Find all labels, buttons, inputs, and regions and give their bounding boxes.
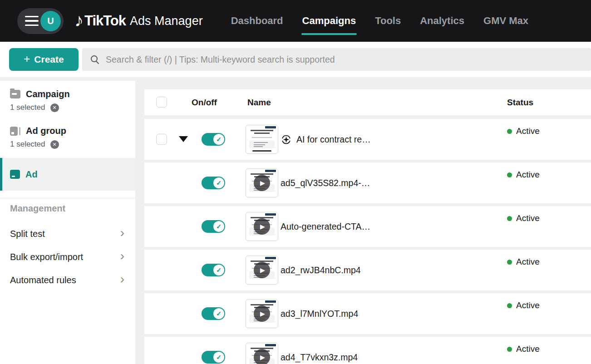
- status-badge: Active: [516, 213, 540, 223]
- onoff-toggle[interactable]: ✓: [202, 133, 225, 146]
- status-dot-icon: [507, 260, 512, 265]
- status-dot-icon: [507, 172, 512, 177]
- ad-thumbnail[interactable]: ▶: [246, 299, 278, 328]
- nav-campaigns[interactable]: Campaigns: [301, 13, 357, 29]
- adgroup-icon: [10, 127, 20, 136]
- toggle-check-icon: ✓: [213, 308, 224, 319]
- ad-name: ad4_T7vkxn3z.mp4: [281, 352, 358, 363]
- ad-name-cell[interactable]: ad4_T7vkxn3z.mp4: [281, 337, 373, 364]
- brand-name: TikTok: [84, 13, 126, 29]
- onoff-toggle[interactable]: ✓: [202, 264, 225, 276]
- status-cell: Active: [507, 213, 540, 223]
- search-icon: [89, 54, 100, 65]
- clear-adgroup-selection-icon[interactable]: ✕: [50, 140, 59, 149]
- search-input[interactable]: [106, 54, 584, 65]
- status-badge: Active: [516, 257, 540, 267]
- tiktok-logo: ♪ TikTok Ads Manager: [74, 12, 203, 30]
- select-all-checkbox[interactable]: [156, 97, 167, 108]
- chevron-right-icon: ›: [120, 226, 124, 239]
- ad-thumbnail[interactable]: [246, 125, 278, 154]
- nav-analytics[interactable]: Analytics: [419, 13, 465, 29]
- search-box[interactable]: [82, 48, 591, 71]
- status-dot-icon: [507, 303, 512, 308]
- toggle-check-icon: ✓: [213, 134, 224, 145]
- status-cell: Active: [507, 170, 540, 180]
- play-icon: ▶: [254, 218, 270, 235]
- nav-gmv-max[interactable]: GMV Max: [483, 13, 529, 29]
- ad-name-cell[interactable]: AI for contract review tool demos: [281, 119, 373, 160]
- collapse-arrow-icon[interactable]: [179, 136, 188, 142]
- status-dot-icon: [507, 347, 512, 352]
- ad-name: Auto-generated-CTA_POV-1-2: [281, 221, 373, 232]
- onoff-toggle[interactable]: ✓: [202, 307, 225, 320]
- ad-name: AI for contract review tool demos: [296, 134, 373, 145]
- toolbar: + Create: [0, 42, 591, 77]
- status-badge: Active: [516, 344, 540, 354]
- table-row: ✓ ▶ ad2_rwJB4nbC.mp4 Active: [144, 250, 591, 290]
- toggle-check-icon: ✓: [213, 265, 224, 275]
- status-cell: Active: [507, 257, 540, 267]
- avatar[interactable]: U: [40, 11, 61, 31]
- row-checkbox[interactable]: [156, 134, 167, 145]
- nav-tools[interactable]: Tools: [374, 13, 402, 29]
- primary-nav: Dashboard Campaigns Tools Analytics GMV …: [230, 13, 529, 29]
- toggle-check-icon: ✓: [213, 177, 224, 188]
- status-cell: Active: [507, 126, 540, 136]
- sidebar-divider: [0, 198, 135, 198]
- column-onoff: On/off: [192, 98, 217, 108]
- ad-thumbnail[interactable]: ▶: [246, 212, 278, 241]
- ad-icon: [10, 170, 20, 179]
- ad-name: ad2_rwJB4nbC.mp4: [281, 265, 361, 275]
- play-icon: ▶: [254, 262, 270, 278]
- sidebar: Campaign 1 selected ✕ Ad group 1 selecte…: [0, 81, 135, 364]
- sidebar-filter-adgroup: Ad group 1 selected ✕: [10, 126, 131, 149]
- play-icon: ▶: [254, 349, 270, 364]
- column-status: Status: [507, 98, 533, 108]
- table-row: ✓ ▶ ad3_l7MnlYOT.mp4 Active: [144, 293, 591, 334]
- management-header: Management: [10, 203, 65, 214]
- clear-campaign-selection-icon[interactable]: ✕: [50, 103, 59, 112]
- column-name: Name: [247, 98, 271, 108]
- toggle-check-icon: ✓: [213, 352, 224, 363]
- table-row: ✓ ▶ ad5_qlV35S82.mp4-Music_Refresh-0-1 A…: [144, 162, 591, 203]
- ad-thumbnail[interactable]: ▶: [246, 343, 278, 364]
- campaign-selection-count: 1 selected: [10, 103, 45, 112]
- status-dot-icon: [507, 129, 512, 134]
- ad-thumbnail[interactable]: ▶: [246, 168, 278, 197]
- create-button[interactable]: + Create: [9, 48, 79, 71]
- table-body: ✓ AI for contract review tool demos Acti…: [144, 119, 591, 364]
- status-dot-icon: [507, 216, 512, 221]
- sidebar-item-automated-rules[interactable]: Automated rules ›: [10, 274, 124, 286]
- sidebar-item-split-test[interactable]: Split test ›: [10, 227, 124, 240]
- ad-name-cell[interactable]: Auto-generated-CTA_POV-1-2: [281, 206, 373, 247]
- table-row: ✓ ▶ ad4_T7vkxn3z.mp4 Active: [144, 337, 591, 364]
- ad-name: ad5_qlV35S82.mp4-Music_Refresh-0-1: [281, 178, 373, 188]
- table-row: ✓ AI for contract review tool demos Acti…: [144, 119, 591, 160]
- chevron-right-icon: ›: [120, 250, 124, 262]
- onoff-toggle[interactable]: ✓: [202, 220, 225, 233]
- onoff-toggle[interactable]: ✓: [202, 177, 225, 189]
- brand-suffix: Ads Manager: [130, 14, 203, 28]
- sidebar-item-ad[interactable]: Ad: [0, 158, 135, 191]
- table-row: ✓ ▶ Auto-generated-CTA_POV-1-2 Active: [144, 206, 591, 247]
- ad-thumbnail[interactable]: ▶: [246, 256, 278, 285]
- menu-avatar-pill[interactable]: U: [17, 8, 64, 34]
- ad-name: ad3_l7MnlYOT.mp4: [281, 309, 358, 319]
- ad-name-cell[interactable]: ad5_qlV35S82.mp4-Music_Refresh-0-1: [281, 162, 373, 203]
- status-badge: Active: [516, 170, 540, 180]
- adgroup-filter[interactable]: Ad group: [10, 126, 131, 136]
- onoff-toggle[interactable]: ✓: [202, 351, 225, 364]
- hamburger-icon[interactable]: [25, 16, 39, 26]
- status-badge: Active: [516, 300, 540, 310]
- top-navbar: U ♪ TikTok Ads Manager Dashboard Campaig…: [0, 0, 591, 42]
- table-header: On/off Name Status: [144, 89, 591, 115]
- nav-dashboard[interactable]: Dashboard: [230, 13, 284, 29]
- play-icon: ▶: [254, 305, 270, 322]
- campaign-filter[interactable]: Campaign: [10, 89, 131, 99]
- tiktok-note-icon: ♪: [74, 11, 84, 29]
- ads-table: On/off Name Status ✓ AI for contract rev…: [144, 89, 591, 364]
- ad-name-cell[interactable]: ad2_rwJB4nbC.mp4: [281, 250, 373, 290]
- status-badge: Active: [516, 126, 540, 136]
- sidebar-item-bulk-export-import[interactable]: Bulk export/import ›: [10, 251, 124, 263]
- ad-name-cell[interactable]: ad3_l7MnlYOT.mp4: [281, 293, 373, 334]
